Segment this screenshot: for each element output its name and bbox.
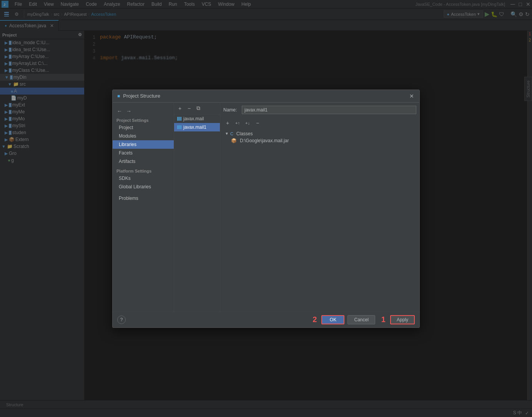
detail-add-up-button[interactable]: +↑ — [233, 119, 242, 127]
dialog-title: ■ Project Structure — [117, 93, 160, 99]
library-copy-button[interactable]: ⧉ — [194, 104, 203, 113]
nav-item-sdks[interactable]: SDKs — [113, 174, 174, 183]
nav-item-project[interactable]: Project — [113, 123, 174, 132]
detail-add-down-button[interactable]: +↓ — [243, 119, 252, 127]
nav-item-facets[interactable]: Facets — [113, 149, 174, 157]
library-item-javax-mail1[interactable]: javax.mail1 — [174, 123, 220, 131]
classes-row[interactable]: ▼ C Classes — [223, 130, 416, 137]
footer-left: ? — [117, 316, 126, 324]
library-icon — [177, 117, 182, 121]
jar-icon: 📦 — [231, 138, 237, 143]
nav-back-button[interactable]: ← — [116, 107, 123, 115]
help-button[interactable]: ? — [117, 316, 126, 324]
library-icon-active — [177, 125, 182, 129]
step1-label: 1 — [381, 315, 386, 324]
dialog-close-button[interactable]: ✕ — [409, 93, 415, 99]
detail-toolbar: + +↑ +↓ − — [223, 119, 416, 127]
library-list: javax.mail javax.mail1 — [174, 115, 220, 312]
library-list-panel: + − ⧉ javax.mail javax.mail1 — [174, 103, 220, 312]
nav-item-artifacts[interactable]: Artifacts — [113, 157, 174, 166]
name-input[interactable] — [242, 106, 416, 114]
nav-item-libraries[interactable]: Libraries — [113, 140, 174, 149]
library-remove-button[interactable]: − — [185, 104, 193, 113]
apply-button[interactable]: Apply — [390, 315, 415, 324]
name-row: Name: — [223, 106, 416, 114]
footer-right: 2 OK Cancel 1 Apply — [313, 315, 415, 324]
project-structure-dialog: ■ Project Structure ✕ ← → Project Settin… — [112, 90, 420, 328]
dialog-body: ← → Project Settings Project Modules Lib… — [113, 103, 419, 312]
classes-chevron: ▼ — [225, 131, 229, 136]
nav-forward-button[interactable]: → — [125, 107, 133, 115]
detail-tree-view: ▼ C Classes 📦 D:\Google\javax.mail.jar — [223, 130, 416, 309]
nav-section-platform-settings: Platform Settings — [113, 166, 174, 174]
cancel-button[interactable]: Cancel — [347, 315, 375, 324]
ok-button[interactable]: OK — [321, 315, 344, 324]
jar-file-row[interactable]: 📦 D:\Google\javax.mail.jar — [223, 137, 416, 144]
dialog-detail-panel: Name: + +↑ +↓ − ▼ C Classes — [220, 103, 419, 312]
step2-label: 2 — [313, 315, 317, 324]
modal-overlay: ■ Project Structure ✕ ← → Project Settin… — [0, 0, 532, 417]
library-add-button[interactable]: + — [176, 104, 184, 113]
detail-remove-button[interactable]: − — [253, 119, 262, 127]
nav-item-modules[interactable]: Modules — [113, 132, 174, 140]
classes-label: Classes — [236, 131, 253, 136]
jar-path: D:\Google\javax.mail.jar — [240, 138, 289, 143]
library-item-javax-mail[interactable]: javax.mail — [174, 115, 220, 123]
nav-item-problems[interactable]: Problems — [113, 194, 174, 203]
nav-item-global-libraries[interactable]: Global Libraries — [113, 183, 174, 191]
nav-back-forward: ← → — [113, 106, 174, 116]
dialog-footer: ? 2 OK Cancel 1 Apply — [113, 312, 419, 327]
nav-section-project-settings: Project Settings — [113, 116, 174, 123]
classes-icon: C — [230, 131, 233, 136]
name-label: Name: — [223, 107, 239, 113]
dialog-title-bar: ■ Project Structure ✕ — [113, 90, 419, 103]
detail-add-button[interactable]: + — [223, 119, 232, 127]
dialog-nav: ← → Project Settings Project Modules Lib… — [113, 103, 174, 312]
library-toolbar: + − ⧉ — [174, 103, 220, 115]
